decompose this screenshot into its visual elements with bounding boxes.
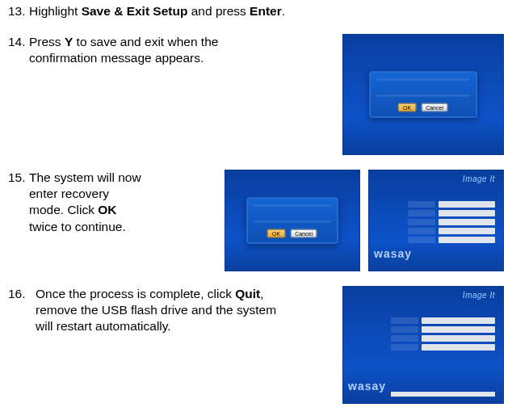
dialog-message-placeholder: [377, 79, 470, 97]
step-text: Once the pro­cess is complete, click Qui…: [36, 286, 294, 334]
dialog-buttons: OK Cancel: [374, 103, 473, 112]
text: Once the pro­cess is complete, click: [36, 287, 235, 300]
step-text: The system will now enter recovery mode.…: [29, 170, 144, 235]
form-row: [391, 326, 495, 333]
text: twice to continue.: [29, 220, 126, 233]
dialog-box: OK Cancel: [370, 72, 477, 118]
ok-button: OK: [398, 103, 416, 112]
figure-group: OK Cancel Image It wasay: [225, 170, 504, 271]
step-text: Press Y to save and exit when the confir…: [29, 34, 287, 66]
text: .: [282, 4, 285, 18]
text: and press: [187, 4, 250, 18]
step-13: 13. Highlight Save & Exit Setup and pres…: [8, 3, 504, 19]
text: Press: [29, 35, 65, 48]
form-row: [408, 201, 495, 208]
screenshot-bios-confirm: OK Cancel: [342, 34, 504, 155]
screenshot-image-it-setup: Image It wasay: [368, 170, 504, 271]
cancel-button: Cancel: [290, 229, 317, 238]
bold-text: OK: [98, 203, 116, 216]
form-row: [408, 228, 495, 234]
figure-group: OK Cancel: [342, 34, 504, 155]
dialog-message-placeholder: [254, 205, 331, 223]
step-text: Highlight Save & Exit Setup and press En…: [29, 3, 285, 19]
step-14: 14. Press Y to save and exit when the co…: [8, 34, 504, 155]
screenshot-image-it-progress: Image It wasay: [342, 286, 504, 404]
step-number: 15.: [8, 170, 29, 186]
form-row: [408, 219, 495, 225]
bold-text: Quit: [235, 287, 260, 300]
step-16: 16. Once the pro­cess is complete, click…: [8, 286, 504, 404]
text: The system will now enter recovery mode.…: [29, 170, 141, 216]
bold-text: Save & Exit Setup: [82, 4, 188, 18]
dialog-buttons: OK Cancel: [251, 229, 334, 238]
form-row: [391, 344, 495, 351]
step-number: 16.: [8, 286, 36, 302]
cancel-button: Cancel: [421, 103, 448, 112]
bold-text: Enter: [250, 4, 282, 18]
progress-bar: [391, 392, 495, 397]
step-body: Once the pro­cess is complete, click Qui…: [36, 286, 504, 404]
dialog-box: OK Cancel: [247, 198, 338, 244]
form-panel: [391, 317, 495, 351]
bold-text: Y: [65, 35, 73, 48]
screenshot-recovery-dialog: OK Cancel: [225, 170, 360, 271]
form-row: [408, 237, 495, 243]
brand-image-it: Image It: [463, 174, 495, 184]
form-row: [391, 335, 495, 342]
step-body: Press Y to save and exit when the confir…: [29, 34, 504, 155]
form-row: [408, 210, 495, 216]
brand-image-it: Image It: [463, 290, 495, 300]
figure-group: Image It wasay: [342, 286, 504, 404]
step-body: The system will now enter recovery mode.…: [29, 170, 504, 271]
form-row: [391, 317, 495, 324]
ok-button: OK: [267, 229, 285, 238]
text: Highlight: [29, 4, 82, 18]
brand-wasay: wasay: [374, 246, 412, 261]
step-number: 13.: [8, 3, 29, 19]
step-body: Highlight Save & Exit Setup and press En…: [29, 3, 504, 19]
brand-wasay: wasay: [348, 379, 386, 393]
form-panel: [408, 201, 495, 243]
step-number: 14.: [8, 34, 29, 50]
step-15: 15. The system will now enter recovery m…: [8, 170, 504, 271]
